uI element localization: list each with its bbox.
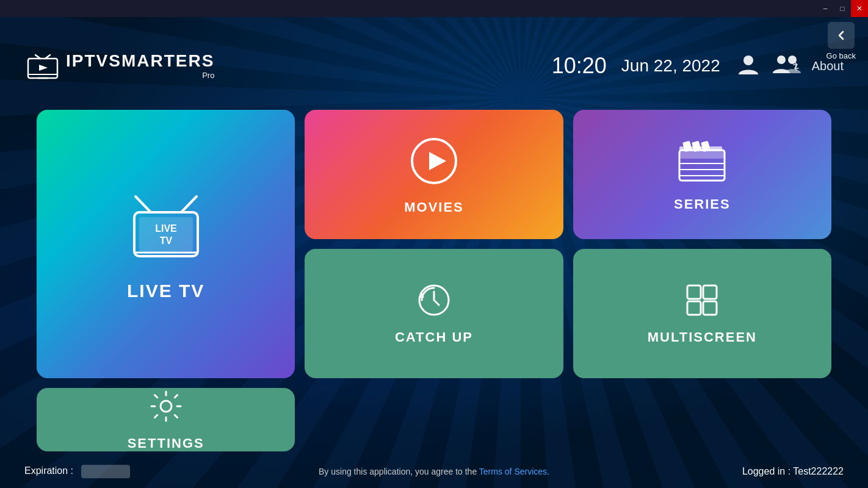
live-tv-label: LIVE TV	[127, 281, 204, 301]
svg-text:TV: TV	[159, 235, 172, 246]
svg-rect-31	[703, 285, 717, 299]
svg-marker-5	[39, 65, 48, 71]
svg-rect-27	[679, 146, 722, 151]
svg-rect-33	[703, 301, 717, 315]
movies-card[interactable]: MOVIES	[305, 110, 563, 239]
settings-icon	[148, 388, 184, 427]
settings-label: SETTINGS	[128, 436, 204, 451]
catch-up-icon	[416, 282, 452, 321]
logo-pro: Pro	[66, 71, 214, 80]
multiscreen-icon	[684, 282, 720, 321]
svg-line-14	[181, 196, 197, 212]
live-tv-icon: LIVE TV	[117, 187, 215, 272]
svg-rect-10	[139, 217, 193, 251]
svg-point-6	[743, 56, 753, 65]
terms-text: By using this application, you agree to …	[319, 467, 479, 476]
catch-up-card[interactable]: CATCH UP	[305, 249, 563, 378]
svg-text:LIVE: LIVE	[155, 223, 177, 234]
header-icons: About	[735, 51, 844, 81]
close-button[interactable]: ✕	[851, 0, 868, 17]
header-right: 10:20 Jun 22, 2022	[552, 51, 844, 81]
svg-point-7	[777, 56, 786, 64]
minimize-button[interactable]: –	[817, 0, 834, 17]
title-bar: – □ ✕	[0, 0, 868, 17]
user-icon-button[interactable]	[735, 51, 762, 81]
live-tv-card[interactable]: LIVE TV LIVE TV	[37, 110, 295, 378]
svg-rect-30	[687, 285, 701, 299]
time-display: 10:20	[552, 53, 607, 79]
multiscreen-card[interactable]: MULTISCREEN	[573, 249, 831, 378]
svg-rect-32	[687, 301, 701, 315]
terms-link[interactable]: Terms of Services.	[479, 467, 549, 476]
settings-card[interactable]: SETTINGS	[37, 388, 295, 451]
maximize-button[interactable]: □	[834, 0, 851, 17]
logo-icon	[24, 48, 61, 84]
about-button[interactable]: About	[812, 59, 844, 73]
logo-text: IPTV SMARTERS Pro	[66, 52, 214, 80]
switch-user-icon-button[interactable]	[772, 51, 802, 81]
svg-marker-18	[429, 152, 446, 170]
svg-point-34	[161, 401, 172, 412]
svg-line-13	[136, 196, 151, 212]
logo-iptv: IPTV	[66, 52, 109, 70]
catch-up-label: CATCH UP	[395, 329, 473, 345]
movies-label: MOVIES	[404, 199, 464, 215]
series-icon	[675, 137, 729, 188]
multiscreen-label: MULTISCREEN	[648, 329, 757, 345]
footer-terms: By using this application, you agree to …	[319, 467, 549, 476]
series-label: SERIES	[674, 196, 731, 212]
header: IPTV SMARTERS Pro 10:20 Jun 22, 2022	[0, 17, 868, 115]
expiration-label: Expiration :	[24, 465, 73, 476]
logo-smarters: SMARTERS	[109, 52, 214, 70]
expiration-value	[81, 465, 130, 478]
main-content: LIVE TV LIVE TV MOVIES	[37, 110, 831, 451]
expiration-area: Expiration :	[24, 465, 130, 478]
logo-area: IPTV SMARTERS Pro	[24, 48, 214, 84]
series-card[interactable]: SERIES	[573, 110, 831, 239]
logged-in-text: Logged in : Test222222	[742, 466, 844, 477]
movies-icon	[407, 134, 461, 191]
date-display: Jun 22, 2022	[621, 56, 720, 76]
footer: Expiration : By using this application, …	[0, 454, 868, 488]
